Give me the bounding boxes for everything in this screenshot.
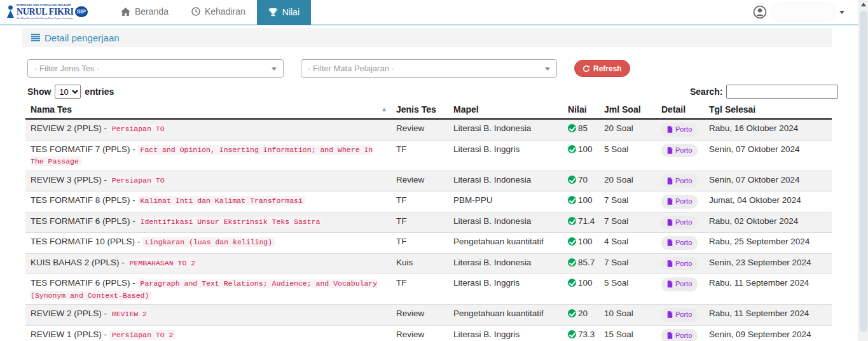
mapel-cell: PBM-PPU	[448, 191, 563, 212]
logo-person-icon	[6, 5, 15, 19]
refresh-icon	[582, 65, 590, 73]
soal-cell: 20 Soal	[599, 119, 656, 140]
mapel-cell: Literasi B. Indonesia	[448, 212, 563, 233]
file-icon	[667, 332, 673, 339]
page-title: Detail pengerjaan	[45, 32, 120, 43]
page-length-select[interactable]: 10	[55, 85, 81, 99]
chevron-down-icon	[839, 11, 844, 14]
mapel-cell: Literasi B. Indonesia	[448, 253, 563, 274]
tgl-cell: Senin, 23 September 2024	[704, 253, 832, 274]
nav-item-kehadiran[interactable]: Kehadiran	[180, 0, 257, 24]
score-value: 100	[578, 278, 593, 288]
file-icon	[667, 281, 673, 288]
score-value: 100	[578, 144, 593, 154]
soal-cell: 4 Soal	[599, 233, 656, 254]
user-name-redacted	[772, 4, 834, 20]
jenis-cell: Review	[391, 325, 448, 341]
user-menu[interactable]	[753, 0, 844, 24]
tgl-cell: Senin, 09 September 2024	[704, 325, 832, 341]
porto-button[interactable]: Porto	[661, 195, 698, 209]
porto-button[interactable]: Porto	[661, 329, 698, 341]
main-menu: Beranda Kehadiran Nilai	[109, 0, 311, 25]
mapel-cell: Pengetahuan kuantitatif	[448, 233, 563, 254]
soal-cell: 15 Soal	[599, 325, 656, 341]
nav-item-nilai[interactable]: Nilai	[257, 0, 311, 25]
score-value: 73.3	[578, 330, 595, 339]
check-circle-icon	[568, 258, 576, 267]
table-row: TES FORMATIF 7 (PPLS) - Fact and Opinion…	[25, 140, 832, 170]
app-logo[interactable]: BIMBINGAN DAN KONSULTASI BELAJAR NURUL F…	[6, 4, 89, 20]
test-name: TES FORMATIF 8 (PPLS)	[31, 195, 130, 205]
nav-item-beranda[interactable]: Beranda	[109, 0, 180, 24]
header-mapel[interactable]: Mapel	[448, 102, 563, 119]
header-nilai[interactable]: Nilai	[563, 102, 599, 119]
check-circle-icon	[568, 279, 576, 287]
scroll-up-icon[interactable]	[861, 3, 866, 6]
filter-mata-pelajaran-placeholder: - Filter Mata Pelajaran -	[308, 64, 394, 73]
file-icon	[667, 311, 673, 318]
refresh-button[interactable]: Refresh	[574, 60, 630, 77]
test-topic: Persiapan TO 2	[109, 330, 176, 340]
test-name: TES FORMATIF 10 (PPLS)	[31, 237, 135, 246]
clock-icon	[191, 7, 200, 16]
table-header-row: Nama Tes▲ Jenis Tes Mapel Nilai Jml Soal…	[25, 102, 832, 119]
refresh-label: Refresh	[593, 64, 622, 73]
test-topic: Lingkaran (luas dan keliling)	[142, 237, 275, 247]
score-value: 100	[578, 237, 593, 246]
soal-cell: 20 Soal	[599, 170, 656, 191]
test-name: TES FORMATIF 6 (PPLS)	[31, 278, 130, 288]
file-icon	[667, 147, 673, 154]
nav-label: Nilai	[282, 7, 300, 17]
nav-label: Kehadiran	[205, 6, 245, 17]
jenis-cell: TF	[391, 212, 448, 233]
soal-cell: 5 Soal	[599, 274, 656, 305]
trophy-icon	[268, 8, 278, 17]
porto-button[interactable]: Porto	[661, 308, 698, 322]
test-topic: Identifikasi Unsur Ekstrinsik Teks Sastr…	[138, 217, 323, 226]
jenis-cell: Review	[391, 305, 448, 326]
porto-button[interactable]: Porto	[661, 144, 698, 158]
vertical-scrollbar[interactable]	[858, 0, 868, 341]
file-icon	[667, 177, 673, 184]
header-detail[interactable]: Detail	[656, 102, 704, 119]
score-value: 100	[578, 195, 593, 205]
table-row: REVIEW 2 (PPLS) - Persiapan TO Review Li…	[25, 119, 832, 140]
scrollbar-thumb[interactable]	[860, 11, 867, 332]
soal-cell: 7 Soal	[599, 253, 656, 274]
tgl-cell: Rabu, 11 September 2024	[704, 274, 832, 305]
jenis-cell: Review	[391, 119, 448, 140]
check-circle-icon	[568, 330, 576, 338]
check-circle-icon	[568, 309, 576, 317]
jenis-cell: TF	[391, 191, 448, 212]
header-jenis-tes[interactable]: Jenis Tes	[391, 102, 448, 119]
test-name: TES FORMATIF 6 (PPLS)	[31, 216, 130, 226]
porto-button[interactable]: Porto	[661, 257, 698, 271]
file-icon	[667, 260, 673, 267]
porto-button[interactable]: Porto	[661, 174, 698, 188]
porto-button[interactable]: Porto	[661, 216, 698, 230]
list-icon	[31, 34, 40, 41]
search-input[interactable]	[726, 85, 838, 99]
porto-button[interactable]: Porto	[661, 236, 698, 250]
filter-jenis-tes-select[interactable]: - Filter Jenis Tes -	[27, 59, 284, 78]
tgl-cell: Rabu, 02 Oktober 2024	[704, 212, 832, 233]
table-row: REVIEW 1 (PPLS) - Persiapan TO 2 Review …	[25, 325, 832, 341]
header-tgl-selesai[interactable]: Tgl Selesai	[704, 102, 832, 119]
file-icon	[667, 198, 673, 205]
soal-cell: 7 Soal	[599, 191, 656, 212]
search-control: Search:	[690, 85, 838, 99]
table-row: TES FORMATIF 6 (PPLS) - Paragraph and Te…	[25, 274, 832, 305]
table-row: REVIEW 2 (PPLS) - REVIEW 2 Review Penget…	[25, 305, 832, 326]
filter-mata-pelajaran-select[interactable]: - Filter Mata Pelajaran -	[301, 59, 557, 78]
table-row: TES FORMATIF 10 (PPLS) - Lingkaran (luas…	[25, 233, 832, 254]
score-value: 20	[578, 309, 588, 318]
tgl-cell: Jumat, 04 Oktober 2024	[704, 191, 832, 212]
show-label: Show	[27, 87, 51, 97]
table-row: TES FORMATIF 8 (PPLS) - Kalimat Inti dan…	[25, 191, 832, 212]
header-jml-soal[interactable]: Jml Soal	[599, 102, 656, 119]
score-value: 85.7	[578, 258, 595, 267]
porto-button[interactable]: Porto	[661, 277, 698, 291]
porto-button[interactable]: Porto	[661, 123, 698, 137]
header-nama-tes[interactable]: Nama Tes▲	[25, 102, 391, 119]
file-icon	[667, 239, 673, 246]
